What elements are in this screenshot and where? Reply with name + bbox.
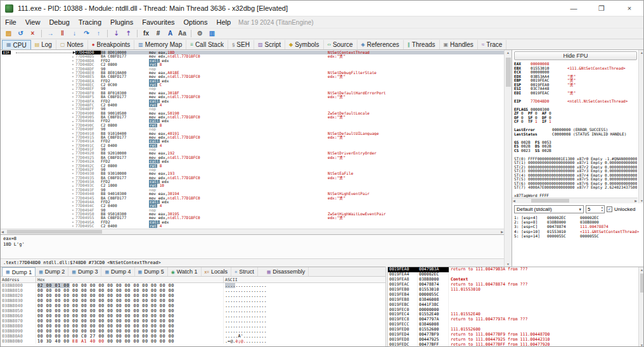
menu-item-view[interactable]: View xyxy=(21,18,45,26)
fpu-register-row[interactable]: ST(7) 4000A7E0000000000000 x87r7 Empty 2… xyxy=(514,186,637,190)
scroll-left-icon[interactable]: ◀ xyxy=(513,199,515,203)
toolbar-button-pause[interactable]: ‖ xyxy=(57,29,68,39)
toolbar-button-open-file[interactable]: ▨ xyxy=(3,29,14,39)
dump-row[interactable]: 038B803000 00 00 00 00 00 00 00 00 00 00… xyxy=(1,298,385,303)
dump-row[interactable]: 038B804000 00 00 00 00 00 00 00 00 00 00… xyxy=(1,303,385,308)
toolbar-button-trace-into[interactable]: ⇣ xyxy=(111,29,122,39)
minimize-button[interactable]: — xyxy=(560,1,588,16)
scroll-down-icon[interactable]: ▼ xyxy=(639,199,644,203)
tab-cpu[interactable]: ▦CPU xyxy=(2,40,31,49)
bottom-tab-dump-4[interactable]: ▦Dump 4 xyxy=(101,267,134,276)
argument-row[interactable]: 1: [esp+4]000002EC000002EC xyxy=(514,215,643,220)
register-row[interactable]: LastStatusC0000008 (STATUS_INVALID_HANDL… xyxy=(514,132,637,137)
disassembly-vscrollbar[interactable]: ▲ ▼ xyxy=(504,50,512,267)
scroll-up-icon[interactable]: ▲ xyxy=(639,51,644,54)
disassembly-row[interactable]: 77D0495CC2 0400ret 4 xyxy=(1,224,504,228)
argument-row[interactable]: 5: [esp+14]0000055C0000055C xyxy=(514,234,643,238)
scroll-down-icon[interactable]: ▼ xyxy=(639,343,644,347)
toolbar-button-hash[interactable]: # xyxy=(153,29,164,39)
scroll-up-icon[interactable]: ▲ xyxy=(639,268,644,272)
dump-row[interactable]: 038B800002 00 01 00 00 00 00 00 00 00 00… xyxy=(1,283,385,288)
menu-item-debug[interactable]: Debug xyxy=(44,18,74,26)
toolbar-button-fx[interactable]: fx xyxy=(141,29,151,39)
hscroll-thumb[interactable] xyxy=(531,199,569,203)
tab-references[interactable]: ◈References xyxy=(357,40,404,49)
scroll-right-icon[interactable]: ▶ xyxy=(501,230,503,234)
calling-convention-select[interactable]: Default (stdcall) ▾ xyxy=(514,205,584,213)
spin-down-icon[interactable]: ▾ xyxy=(602,210,603,213)
argument-row[interactable]: 3: [esp+C]00478874111.00478874 xyxy=(514,224,643,229)
scroll-left-icon[interactable]: ◀ xyxy=(1,230,4,234)
dump-row[interactable]: 038B808000 00 00 00 00 00 00 00 00 00 00… xyxy=(1,324,385,329)
tab-memory-map[interactable]: ▥Memory Map xyxy=(134,40,186,49)
toolbar-button-help-book[interactable]: ▥ xyxy=(207,29,217,39)
vscroll-thumb[interactable] xyxy=(640,274,644,293)
register-comment: "烫" xyxy=(567,83,576,87)
bottom-tab-watch-1[interactable]: ◉Watch 1 xyxy=(168,267,202,276)
argument-row[interactable]: 2: [esp+8]038B8000038B8000 xyxy=(514,220,643,224)
registers-vscrollbar[interactable]: ▲ ▼ xyxy=(638,50,644,203)
bottom-tab-disassembly[interactable]: ▦Disassembly xyxy=(264,267,309,276)
stack-vscrollbar[interactable]: ▲ ▼ xyxy=(638,267,644,347)
toolbar-button-font[interactable]: A xyxy=(165,29,176,39)
tab-notes[interactable]: ▢Notes xyxy=(56,40,88,49)
hide-fpu-button[interactable]: Hide FPU xyxy=(514,51,637,60)
toolbar-button-step-into[interactable]: ↓ xyxy=(69,29,80,39)
toolbar-button-trace-over[interactable]: ⇡ xyxy=(123,29,134,39)
argument-count-spinner[interactable]: 5 ▴▾ xyxy=(586,205,605,213)
bottom-tab-struct[interactable]: ≡Struct xyxy=(231,267,258,276)
dump-row[interactable]: 038B802000 00 00 00 00 00 00 00 00 00 00… xyxy=(1,293,385,298)
mnemonic: call xyxy=(149,200,160,204)
menu-item-help[interactable]: Help xyxy=(212,18,235,26)
bottom-tab-dump-3[interactable]: ▦Dump 3 xyxy=(68,267,101,276)
scroll-up-icon[interactable]: ▲ xyxy=(505,51,512,54)
menu-item-file[interactable]: File xyxy=(1,18,21,26)
toolbar-button-close-debuggee[interactable]: × xyxy=(27,29,38,39)
tab-handles[interactable]: ▣Handles xyxy=(440,40,478,49)
bottom-tab-dump-2[interactable]: ▦Dump 2 xyxy=(35,267,68,276)
disassembly-hscrollbar[interactable]: ◀ ▶ xyxy=(1,229,504,234)
bottom-tab-dump-5[interactable]: ▦Dump 5 xyxy=(135,267,168,276)
register-row[interactable]: EIP77D048D0<ntdll.NtSetContextThread> xyxy=(514,99,637,104)
scroll-right-icon[interactable]: ▶ xyxy=(634,199,637,203)
tab-seh[interactable]: §SEH xyxy=(228,40,254,49)
toolbar-button-run[interactable]: → xyxy=(45,29,56,39)
checkbox-icon[interactable]: ✓ xyxy=(607,206,612,212)
dump-row[interactable]: 038B809000 00 00 00 00 00 00 00 00 00 00… xyxy=(1,329,385,334)
tab-symbols[interactable]: ◆Symbols xyxy=(285,40,324,49)
scroll-down-icon[interactable]: ▼ xyxy=(505,262,512,266)
maximize-button[interactable]: ❐ xyxy=(588,1,615,16)
toolbar-button-settings-gear[interactable]: ⚙ xyxy=(195,29,205,39)
toolbar-button-highlight[interactable]: Aa xyxy=(177,29,188,39)
spinner-arrows[interactable]: ▴▾ xyxy=(602,206,603,212)
tab-breakpoints[interactable]: ●Breakpoints xyxy=(88,40,135,49)
menu-item-tracing[interactable]: Tracing xyxy=(74,18,106,26)
close-button[interactable]: × xyxy=(615,1,643,16)
stack-row[interactable]: 0019FEDC00477BFFreturn to 111.00477BFF f… xyxy=(388,343,638,347)
vscroll-thumb[interactable] xyxy=(506,58,511,87)
dump-row[interactable]: 038B80A000 00 00 00 00 C0 27 00 00 00 00… xyxy=(1,334,385,339)
dump-row[interactable]: 038B801000 00 00 00 00 00 00 00 00 00 00… xyxy=(1,288,385,293)
menu-item-plugins[interactable]: Plugins xyxy=(106,18,138,26)
dump-row[interactable]: 038B805000 00 00 00 00 00 00 00 00 00 00… xyxy=(1,308,385,313)
tab-source[interactable]: ‹›Source xyxy=(324,40,357,49)
dump-row[interactable]: 038B806000 00 00 00 00 00 00 00 00 00 00… xyxy=(1,313,385,319)
tab-call-stack[interactable]: ≡Call Stack xyxy=(186,40,228,49)
toolbar-button-step-over[interactable]: ↷ xyxy=(81,29,92,39)
argument-row[interactable]: 4: [esp+10]01553010<111.&NtSetContextThr… xyxy=(514,229,643,234)
tab-script[interactable]: ▨Script xyxy=(254,40,285,49)
tab-trace[interactable]: ≈Trace xyxy=(478,40,507,49)
menu-item-favourites[interactable]: Favourites xyxy=(138,18,179,26)
hscroll-thumb[interactable] xyxy=(7,230,102,234)
unlocked-checkbox[interactable]: ✓ Unlocked xyxy=(607,206,635,212)
dump-row[interactable]: 038B807000 00 00 00 00 00 00 00 00 00 00… xyxy=(1,319,385,324)
toolbar-button-restart[interactable]: ↺ xyxy=(15,29,26,39)
tab-log[interactable]: ▤Log xyxy=(31,40,56,49)
bottom-tab-dump-1[interactable]: ▦Dump 1 xyxy=(2,267,35,276)
toolbar-button-execute-till-return[interactable]: ↑ xyxy=(93,29,104,39)
registers-hscrollbar[interactable]: ◀ ▶ xyxy=(512,198,638,203)
dump-row[interactable]: 038B80B010 3D 40 00 E8 A1 40 00 00 00 00… xyxy=(1,339,385,344)
tab-threads[interactable]: ∥Threads xyxy=(404,40,440,49)
bottom-tab-locals[interactable]: x=Locals xyxy=(202,267,232,276)
menu-item-options[interactable]: Options xyxy=(179,18,212,26)
